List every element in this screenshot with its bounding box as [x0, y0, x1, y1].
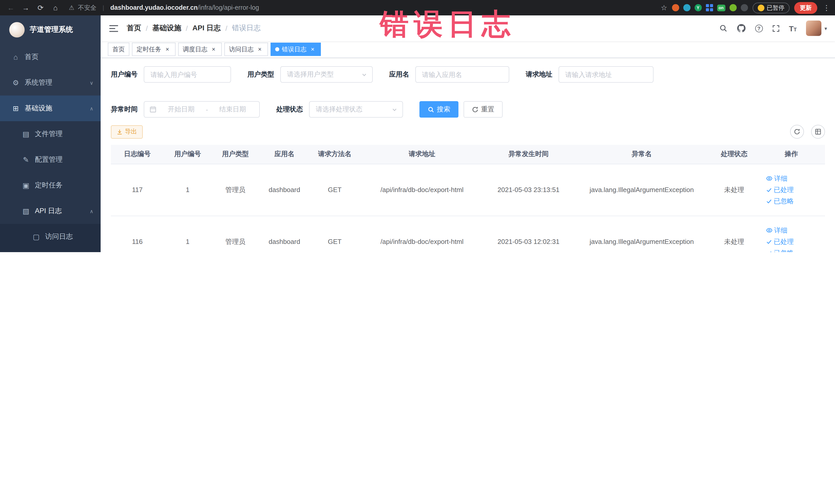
sidebar-item-file-management[interactable]: ▤ 文件管理 [0, 121, 101, 147]
close-icon[interactable]: × [210, 46, 217, 53]
tags-bar: 首页 定时任务 × 调度日志 × 访问日志 × 错误日志 × [101, 41, 835, 58]
table-row: 117 1 管理员 dashboard GET /api/infra/db-do… [111, 164, 825, 216]
row-action-detail[interactable]: 详细 [766, 226, 788, 235]
close-icon[interactable]: × [309, 46, 316, 53]
extension-icon-leaf[interactable] [729, 4, 736, 11]
file-icon: ▤ [22, 130, 30, 138]
paused-badge[interactable]: 已暂停 [752, 2, 790, 13]
breadcrumb-separator: / [186, 24, 188, 32]
column-header: 日志编号 [111, 145, 164, 164]
tab-label: 错误日志 [282, 45, 306, 54]
user-type-select[interactable]: 请选择用户类型 [280, 66, 373, 83]
back-icon[interactable]: ← [5, 4, 16, 12]
sidebar-item-error-logs[interactable]: ▢ 错误日志 [0, 249, 101, 252]
hamburger-icon[interactable] [109, 24, 119, 32]
cell-exception-name: java.lang.IllegalArgumentException [573, 164, 711, 216]
extension-icon-green-y[interactable]: Y [694, 4, 701, 11]
help-icon[interactable]: ? [755, 24, 762, 32]
sidebar-item-system-management[interactable]: ⚙ 系统管理 ∨ [0, 70, 101, 96]
row-actions: 详细已处理已忽略 [760, 174, 823, 206]
tab-label: 调度日志 [183, 45, 207, 54]
cell-request-method: GET [309, 216, 360, 252]
tab-错误日志[interactable]: 错误日志 × [270, 43, 321, 56]
extension-icon-grid[interactable] [706, 4, 713, 11]
column-header: 操作 [758, 145, 825, 164]
avatar [806, 21, 821, 36]
forward-icon[interactable]: → [20, 4, 31, 12]
fullscreen-icon[interactable] [772, 24, 779, 32]
github-icon[interactable] [736, 24, 746, 33]
user-menu[interactable]: ▾ [806, 21, 827, 36]
cell-process-status: 未处理 [711, 216, 758, 252]
search-icon[interactable] [719, 24, 727, 32]
extension-icon-orange[interactable] [672, 4, 679, 11]
cell-log-id: 117 [111, 164, 164, 216]
sidebar-item-home[interactable]: ⌂ 首页 [0, 44, 101, 70]
kebab-menu-icon[interactable]: ⋮ [823, 4, 830, 12]
reset-button[interactable]: 重置 [464, 101, 503, 118]
tab-访问日志[interactable]: 访问日志 × [224, 43, 268, 56]
cell-process-status: 未处理 [711, 164, 758, 216]
sidebar-item-scheduled-tasks[interactable]: ▣ 定时任务 [0, 173, 101, 198]
caret-down-icon: ▾ [824, 25, 827, 31]
tab-label: 首页 [113, 45, 125, 54]
close-icon[interactable]: × [256, 46, 263, 53]
tab-调度日志[interactable]: 调度日志 × [178, 43, 222, 56]
process-status-select[interactable]: 请选择处理状态 [309, 101, 403, 118]
sidebar: 芋道管理系统 ⌂ 首页 ⚙ 系统管理 ∨ ⊞ 基础设施 ∧ ▤ 文件管理 ✎ 配… [0, 15, 101, 252]
chevron-down-icon: ∨ [89, 80, 94, 85]
process-status-label: 处理状态 [276, 105, 303, 114]
extension-icon-dark[interactable] [740, 4, 748, 11]
calendar-icon [149, 106, 157, 113]
column-settings-button[interactable] [811, 125, 825, 139]
row-action-ignored[interactable]: 已忽略 [766, 196, 794, 206]
date-range-picker[interactable]: 开始日期 - 结束日期 [144, 101, 260, 118]
column-header: 用户编号 [164, 145, 211, 164]
search-button[interactable]: 搜索 [420, 101, 459, 118]
tab-定时任务[interactable]: 定时任务 × [132, 43, 176, 56]
page-content: 用户编号 用户类型 请选择用户类型 应用名 [101, 58, 835, 252]
sidebar-item-access-logs[interactable]: ▢ 访问日志 [0, 224, 101, 249]
filter-form: 用户编号 用户类型 请选择用户类型 应用名 [111, 66, 825, 118]
app-name-input[interactable] [415, 66, 509, 83]
column-header: 异常名 [573, 145, 711, 164]
bookmark-star-icon[interactable]: ☆ [661, 4, 667, 12]
user-id-input[interactable] [144, 66, 231, 83]
cell-app-name: dashboard [259, 216, 309, 252]
breadcrumb-item[interactable]: 首页 [127, 24, 141, 33]
app-shell: 芋道管理系统 ⌂ 首页 ⚙ 系统管理 ∨ ⊞ 基础设施 ∧ ▤ 文件管理 ✎ 配… [0, 15, 835, 252]
row-actions: 详细已处理已忽略 [760, 226, 823, 252]
reload-icon[interactable]: ⟳ [35, 4, 46, 12]
breadcrumb-item[interactable]: API 日志 [192, 24, 221, 33]
tab-首页[interactable]: 首页 [108, 43, 129, 56]
user-id-label: 用户编号 [111, 70, 138, 79]
sidebar-item-api-logs[interactable]: ▧ API 日志 ∧ [0, 198, 101, 224]
browser-home-icon[interactable]: ⌂ [50, 4, 61, 12]
row-action-ignored[interactable]: 已忽略 [766, 248, 794, 252]
sidebar-item-config-management[interactable]: ✎ 配置管理 [0, 147, 101, 173]
extension-icon-teal[interactable] [683, 4, 690, 11]
extension-icon-on-badge[interactable]: on [717, 4, 725, 11]
chevron-down-icon [392, 106, 398, 112]
close-icon[interactable]: × [164, 46, 171, 53]
sidebar-item-label: 定时任务 [35, 181, 63, 190]
row-action-detail[interactable]: 详细 [766, 174, 788, 183]
tab-label: 定时任务 [137, 45, 161, 54]
column-header: 应用名 [259, 145, 309, 164]
refresh-button[interactable] [790, 125, 804, 139]
breadcrumb-item[interactable]: 基础设施 [152, 24, 181, 33]
grid-icon [815, 128, 821, 135]
export-button[interactable]: 导出 [111, 125, 143, 138]
font-size-icon[interactable]: TT [789, 24, 797, 32]
row-action-processed[interactable]: 已处理 [766, 185, 794, 194]
update-button[interactable]: 更新 [794, 2, 817, 14]
navbar-actions: ? TT ▾ [719, 21, 827, 36]
address-bar[interactable]: dashboard.yudao.iocoder.cn/infra/log/api… [110, 4, 259, 11]
cell-request-url: /api/infra/db-doc/export-html [360, 216, 484, 252]
sidebar-item-infrastructure[interactable]: ⊞ 基础设施 ∧ [0, 96, 101, 121]
request-url-input[interactable] [558, 66, 653, 83]
extensions: Yon [672, 4, 748, 11]
row-action-processed[interactable]: 已处理 [766, 237, 794, 246]
sidebar-menu: ⌂ 首页 ⚙ 系统管理 ∨ ⊞ 基础设施 ∧ ▤ 文件管理 ✎ 配置管理 ▣ 定… [0, 44, 101, 252]
refresh-icon [472, 106, 478, 113]
